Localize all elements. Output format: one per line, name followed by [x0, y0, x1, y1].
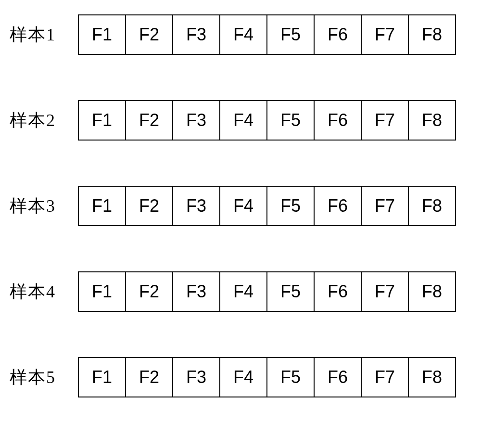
feature-cell: F1	[78, 14, 126, 55]
feature-cell: F7	[361, 271, 409, 312]
feature-cell: F6	[314, 271, 362, 312]
feature-cell: F8	[408, 271, 456, 312]
cell-group: F1 F2 F3 F4 F5 F6 F7 F8	[78, 186, 456, 226]
diagram-container: 样本1 F1 F2 F3 F4 F5 F6 F7 F8 样本2 F1 F2 F3…	[10, 14, 471, 397]
feature-cell: F7	[361, 357, 409, 397]
feature-cell: F4	[219, 100, 267, 141]
cell-group: F1 F2 F3 F4 F5 F6 F7 F8	[78, 357, 456, 397]
feature-cell: F8	[408, 186, 456, 226]
cell-group: F1 F2 F3 F4 F5 F6 F7 F8	[78, 14, 456, 55]
feature-cell: F3	[172, 100, 220, 141]
feature-cell: F8	[408, 100, 456, 141]
feature-cell: F5	[266, 100, 315, 141]
feature-cell: F6	[314, 357, 362, 397]
feature-cell: F8	[408, 14, 456, 55]
sample-row-1: 样本1 F1 F2 F3 F4 F5 F6 F7 F8	[10, 14, 471, 55]
feature-cell: F3	[172, 186, 220, 226]
feature-cell: F1	[78, 100, 126, 141]
sample-row-4: 样本4 F1 F2 F3 F4 F5 F6 F7 F8	[10, 271, 471, 312]
cell-group: F1 F2 F3 F4 F5 F6 F7 F8	[78, 271, 456, 312]
feature-cell: F2	[125, 271, 173, 312]
feature-cell: F2	[125, 357, 173, 397]
feature-cell: F5	[266, 186, 315, 226]
feature-cell: F1	[78, 357, 126, 397]
cell-group: F1 F2 F3 F4 F5 F6 F7 F8	[78, 100, 456, 141]
feature-cell: F2	[125, 186, 173, 226]
sample-label: 样本1	[10, 23, 67, 47]
feature-cell: F1	[78, 186, 126, 226]
sample-label: 样本3	[10, 194, 67, 218]
sample-label: 样本4	[10, 280, 67, 304]
feature-cell: F8	[408, 357, 456, 397]
feature-cell: F6	[314, 186, 362, 226]
feature-cell: F4	[219, 271, 267, 312]
feature-cell: F4	[219, 14, 267, 55]
feature-cell: F7	[361, 14, 409, 55]
feature-cell: F5	[266, 14, 315, 55]
feature-cell: F5	[266, 271, 315, 312]
feature-cell: F5	[266, 357, 315, 397]
feature-cell: F1	[78, 271, 126, 312]
sample-row-3: 样本3 F1 F2 F3 F4 F5 F6 F7 F8	[10, 186, 471, 226]
feature-cell: F7	[361, 186, 409, 226]
feature-cell: F4	[219, 357, 267, 397]
sample-row-5: 样本5 F1 F2 F3 F4 F5 F6 F7 F8	[10, 357, 471, 397]
feature-cell: F7	[361, 100, 409, 141]
sample-label: 样本5	[10, 366, 67, 389]
feature-cell: F2	[125, 14, 173, 55]
feature-cell: F2	[125, 100, 173, 141]
sample-label: 样本2	[10, 109, 67, 132]
sample-row-2: 样本2 F1 F2 F3 F4 F5 F6 F7 F8	[10, 100, 471, 141]
feature-cell: F3	[172, 357, 220, 397]
feature-cell: F3	[172, 271, 220, 312]
feature-cell: F3	[172, 14, 220, 55]
feature-cell: F6	[314, 14, 362, 55]
feature-cell: F6	[314, 100, 362, 141]
feature-cell: F4	[219, 186, 267, 226]
